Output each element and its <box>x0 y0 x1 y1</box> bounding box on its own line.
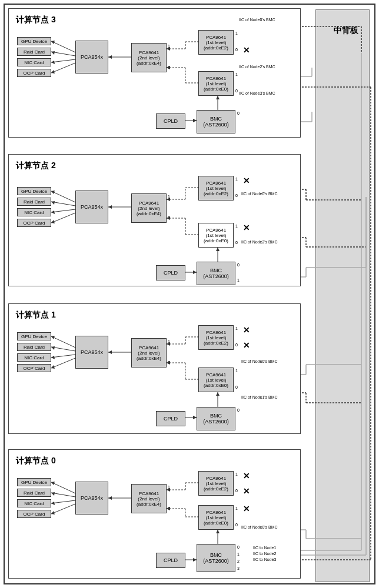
svg-marker-119 <box>167 507 170 510</box>
svg-line-58 <box>51 191 75 202</box>
label: IIC of Node3's BMC <box>239 91 275 95</box>
svg-marker-39 <box>51 51 55 55</box>
svg-line-84 <box>51 355 75 358</box>
label: IIC of Node2's BMC <box>239 65 275 69</box>
node-3: 计算节点 3 GPU Device Raid Card NIC Card OCP… <box>8 8 301 138</box>
svg-line-62 <box>51 209 75 212</box>
svg-marker-79 <box>216 248 220 251</box>
svg-marker-123 <box>216 530 220 533</box>
svg-line-38 <box>51 52 75 56</box>
svg-marker-75 <box>167 216 170 220</box>
svg-marker-55 <box>193 119 197 122</box>
svg-line-106 <box>51 500 75 503</box>
backplane-title: 中背板 <box>334 25 358 36</box>
svg-marker-63 <box>51 211 55 214</box>
svg-line-82 <box>51 347 75 351</box>
svg-marker-111 <box>108 496 112 500</box>
svg-marker-41 <box>51 61 55 64</box>
label: IIC of Node2's BMC <box>241 240 278 244</box>
svg-line-86 <box>51 358 75 368</box>
svg-line-80 <box>51 336 75 348</box>
svg-line-36 <box>51 41 75 52</box>
svg-line-104 <box>51 493 75 497</box>
svg-marker-61 <box>51 201 55 205</box>
svg-marker-53 <box>167 66 170 69</box>
svg-line-102 <box>51 482 75 493</box>
svg-marker-93 <box>167 342 170 346</box>
svg-line-108 <box>51 504 75 514</box>
svg-marker-89 <box>108 350 112 354</box>
svg-marker-49 <box>167 47 170 51</box>
node-2: 计算节点 2 GPU Device Raid Card NIC Card OCP… <box>8 154 301 286</box>
svg-line-42 <box>51 63 75 73</box>
label: IIC to Node3 <box>253 557 276 562</box>
svg-marker-99 <box>193 416 197 419</box>
svg-marker-97 <box>167 361 170 365</box>
svg-marker-77 <box>193 270 197 274</box>
svg-line-60 <box>51 202 75 206</box>
label: IIC of Node0's BMC <box>241 359 278 363</box>
node-1: 计算节点 1 GPU Device Raid Card NIC Card OCP… <box>8 303 301 434</box>
svg-line-40 <box>51 59 75 62</box>
svg-marker-57 <box>216 96 220 99</box>
svg-line-64 <box>51 213 75 223</box>
label: IIC of Node0's BMC <box>239 18 275 22</box>
svg-marker-83 <box>51 346 55 350</box>
label: IIC of Node1's BMC <box>241 395 278 399</box>
label: IIC of Node0's BMC <box>241 525 278 529</box>
backplane: 中背板 <box>315 9 370 582</box>
svg-marker-45 <box>108 55 112 59</box>
svg-marker-121 <box>193 558 197 562</box>
svg-marker-107 <box>51 502 55 505</box>
svg-marker-67 <box>108 205 112 209</box>
svg-marker-101 <box>216 392 220 396</box>
label: IIC to Node1 <box>253 546 276 550</box>
label: IIC to Node2 <box>253 552 276 556</box>
svg-marker-115 <box>167 488 170 492</box>
svg-marker-105 <box>51 492 55 496</box>
svg-marker-85 <box>51 356 55 359</box>
svg-marker-71 <box>167 198 170 201</box>
label: IIC of Node0's BMC <box>241 192 278 196</box>
